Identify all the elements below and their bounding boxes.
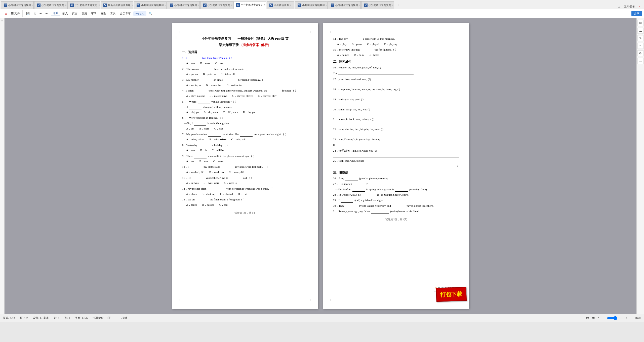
q8-opt-a: A．was [186, 148, 195, 153]
doc-subtitle-red: （有参考答案+解析） [239, 43, 271, 47]
wps-logo[interactable]: W [3, 12, 9, 16]
tab-10[interactable]: W 小升初语法专题复习 × [295, 1, 328, 9]
q21-words: 21．about, it, book, was, robots, a (.) [333, 117, 459, 122]
tab-2[interactable]: W 小升初语法专题复习 × [34, 1, 67, 9]
right-btn-3[interactable]: ✎ [637, 35, 643, 41]
question-8: 8．Yesterday a holiday.（ ） [182, 143, 308, 148]
menu-view[interactable]: 视图 [99, 11, 108, 16]
undo-button[interactable]: ↩ [38, 11, 43, 16]
q13-opt-b: B．passed [202, 203, 214, 207]
menu-ref[interactable]: 引用 [80, 11, 89, 16]
right-btn-5[interactable]: ⚙ [637, 50, 643, 56]
right-btn-2[interactable]: ☁ [637, 28, 643, 34]
menu-home[interactable]: 开始 [51, 11, 60, 16]
tab-close-2[interactable]: × [65, 4, 67, 7]
tab-label-9: 小升初语法专 [274, 4, 289, 7]
q12-opt-c: C．chatted [220, 192, 233, 196]
share-button[interactable]: 分享 [631, 11, 642, 16]
tab-icon-12: W [364, 4, 368, 7]
zoom-out-button[interactable]: − [602, 317, 604, 320]
q7-opt-a: A．talks; talked [186, 137, 204, 142]
tab-8[interactable]: W 小升初语法专题复习 × [233, 1, 266, 9]
q5-opt-b: B．do; went [204, 110, 218, 115]
question-13: 13．We all the final exam. I feel great!（… [182, 197, 308, 202]
q20-words: 20．small, lamp, the, too, was (.) [333, 107, 459, 112]
zoom-slider[interactable] [607, 316, 627, 320]
tab-close-4[interactable]: × [132, 4, 133, 7]
tab-5[interactable]: W 小升初语法专题复习 × [134, 1, 167, 9]
tab-1[interactable]: W 小升初语法专题复习 × [1, 1, 34, 9]
menu-page[interactable]: 页面 [70, 11, 79, 16]
new-tab-button[interactable]: + [394, 1, 402, 9]
view-mode-print[interactable]: ▤ [586, 316, 589, 320]
tab-close-1[interactable]: × [32, 4, 33, 7]
restore-button[interactable]: □ [617, 5, 621, 9]
right-btn-4[interactable]: ≡ [637, 43, 643, 49]
redo-button[interactable]: ↪ [44, 11, 49, 16]
corner-tr [308, 31, 310, 33]
sidebar-left-icon1[interactable]: ≡ [1, 20, 4, 22]
right-sidebar: ⊞ ☁ ✎ ≡ ⚙ … [636, 18, 644, 314]
status-col: 列: 1 [64, 316, 70, 320]
tab-close-7[interactable]: × [231, 4, 233, 7]
q4-opt-c: C．played; played [232, 94, 253, 98]
tab-11[interactable]: W 小升初语法专题复习 × [328, 1, 361, 9]
save-button[interactable]: 💾 [25, 11, 31, 16]
file-menu-group: W ☰ 文件 [2, 10, 23, 17]
q5-opt-c: C．did; went [223, 110, 238, 115]
close-button[interactable]: × [637, 5, 642, 9]
print-button[interactable]: 🖨 [32, 12, 37, 16]
q19-answer [333, 103, 459, 106]
tab-icon-11: W [331, 4, 334, 7]
tab-close-12[interactable]: × [392, 4, 394, 7]
q4-opt-b: B．plays; plays [210, 94, 227, 98]
menu-tools[interactable]: 工具 [109, 11, 117, 16]
download-badge[interactable]: 打包下载 [436, 287, 467, 302]
wps-ai-button[interactable]: WPS AI [133, 11, 146, 16]
q9-opt-a: A．are [186, 159, 194, 164]
q30: 30．They (visit) Wuhan yesterday, and (ha… [333, 203, 459, 208]
question-12-options: A．chats B．chatting C．chatted D．chat [186, 192, 308, 196]
zoom-in-button[interactable]: + [630, 317, 632, 320]
tab-close-6[interactable]: × [198, 4, 199, 7]
menu-insert[interactable]: 插入 [61, 11, 69, 16]
doc-title-text: 语六年级下册 [219, 43, 239, 47]
q18-answer [333, 93, 459, 96]
q10-opt-b: B．wash; do [209, 170, 224, 175]
tab-close-3[interactable]: × [98, 4, 100, 7]
tab-9[interactable]: W 小升初语法专 × [267, 1, 294, 9]
right-btn-6[interactable]: … [637, 58, 643, 64]
tab-7[interactable]: W 小升初语法专题复习 × [200, 1, 233, 9]
tab-4[interactable]: W 最新小升初语法专题 × [101, 1, 133, 9]
q6-opt-c: C．was [214, 126, 223, 131]
question-9-options: A．are B．was C．were [186, 159, 308, 164]
tab-label-11: 小升初语法专题复习 [335, 4, 358, 7]
tab-close-9[interactable]: × [290, 4, 292, 7]
tab-label-2: 小升初语法专题复习 [42, 4, 64, 7]
q25-answer [333, 165, 456, 168]
page-2-footer: 试卷第 2页，共 4页 [333, 218, 459, 222]
search-button[interactable]: 🔍 [147, 11, 154, 16]
tab-12[interactable]: W 小升初语法专题复习 × [361, 1, 394, 9]
question-10: 10．I my clothes and my homework last nig… [182, 164, 308, 169]
menu-vip[interactable]: 会员专享 [118, 11, 132, 16]
tab-6[interactable]: W 小升初语法专题复习 × [167, 1, 200, 9]
tab-close-10[interactable]: × [326, 4, 327, 7]
login-button[interactable]: 立即登录 [622, 4, 636, 9]
right-btn-1[interactable]: ⊞ [637, 20, 643, 26]
tab-close-11[interactable]: × [359, 4, 360, 7]
minimize-button[interactable]: — [610, 5, 616, 9]
menu-review[interactable]: 审阅 [90, 11, 98, 16]
tab-3[interactable]: W 小升初语法专题复习 × [67, 1, 100, 9]
view-mode-normal[interactable]: ▦ [592, 316, 595, 320]
q27b: —Yes, it often in spring in Hangzhou. It… [335, 187, 459, 192]
view-mode-outline[interactable]: ≡ [598, 316, 599, 320]
status-right: ▤ ▦ ≡ − + 110% [586, 316, 641, 320]
menu-file[interactable]: ☰ 文件 [9, 11, 21, 16]
pages-container: ⠿ 小升初语法专题复习——一般过去时（试题） 人教 PEP版 英 语六年级下册 … [5, 18, 636, 314]
tab-close-5[interactable]: × [165, 4, 166, 7]
q9-opt-b: B．was [199, 159, 208, 164]
q15-opt-a: A．helped [337, 53, 349, 57]
tab-label-12: 小升初语法专题复习 [369, 4, 391, 7]
status-page: 页码: 1/13 [3, 316, 15, 320]
